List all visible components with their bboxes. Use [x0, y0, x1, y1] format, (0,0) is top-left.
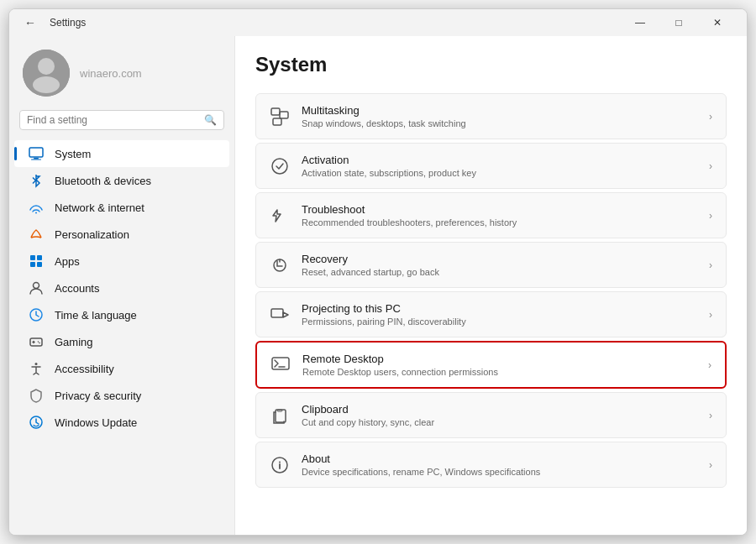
- activation-text: Activation Activation state, subscriptio…: [302, 154, 697, 178]
- sidebar-item-accessibility[interactable]: Accessibility: [14, 355, 229, 382]
- svg-point-6: [35, 212, 37, 214]
- minimize-button[interactable]: —: [621, 9, 659, 36]
- about-icon: [270, 455, 290, 475]
- troubleshoot-desc: Recommended troubleshooters, preferences…: [302, 217, 697, 228]
- sidebar-label-network: Network & internet: [55, 201, 216, 214]
- multitasking-desc: Snap windows, desktops, task switching: [302, 118, 697, 128]
- svg-rect-9: [30, 262, 35, 267]
- svg-rect-4: [34, 158, 39, 160]
- main-content: System Multitasking Snap windows, deskto…: [234, 36, 747, 535]
- remote-desktop-text: Remote Desktop Remote Desktop users, con…: [302, 353, 696, 377]
- svg-rect-13: [30, 338, 42, 346]
- svg-rect-21: [280, 112, 288, 118]
- accessibility-icon: [28, 360, 45, 377]
- settings-item-recovery[interactable]: Recovery Reset, advanced startup, go bac…: [255, 242, 727, 288]
- accounts-icon: [28, 280, 45, 296]
- about-text: About Device specifications, rename PC, …: [302, 452, 697, 477]
- svg-rect-5: [31, 160, 41, 160]
- update-icon: [28, 414, 45, 431]
- privacy-icon: [28, 387, 45, 404]
- projecting-text: Projecting to this PC Permissions, pairi…: [302, 302, 697, 327]
- apps-icon: [28, 253, 45, 269]
- sidebar-item-update[interactable]: Windows Update: [14, 409, 229, 436]
- sidebar-item-system[interactable]: System: [14, 140, 229, 167]
- sidebar-item-accounts[interactable]: Accounts: [14, 275, 229, 301]
- sidebar-item-personalization[interactable]: Personalization: [14, 221, 229, 248]
- recovery-text: Recovery Reset, advanced startup, go bac…: [302, 253, 697, 277]
- search-box[interactable]: 🔍: [19, 110, 224, 130]
- recovery-title: Recovery: [302, 253, 697, 265]
- settings-item-troubleshoot[interactable]: Troubleshoot Recommended troubleshooters…: [255, 192, 727, 238]
- search-input[interactable]: [27, 114, 199, 126]
- svg-point-18: [35, 363, 38, 365]
- about-chevron: ›: [709, 459, 712, 471]
- maximize-button[interactable]: □: [659, 9, 698, 36]
- sidebar-label-accessibility: Accessibility: [55, 363, 216, 375]
- svg-rect-8: [37, 255, 42, 260]
- bluetooth-icon: [28, 172, 45, 189]
- svg-rect-22: [273, 118, 281, 125]
- svg-rect-25: [271, 309, 283, 317]
- page-title: System: [255, 53, 727, 76]
- nav-list: System Bluetooth & devices Network & int…: [9, 140, 234, 436]
- window-title: Settings: [50, 17, 86, 29]
- multitasking-text: Multitasking Snap windows, desktops, tas…: [302, 104, 697, 128]
- avatar[interactable]: [23, 50, 70, 97]
- activation-chevron: ›: [709, 160, 712, 172]
- recovery-chevron: ›: [709, 259, 712, 271]
- svg-rect-20: [271, 108, 280, 115]
- sidebar-label-privacy: Privacy & security: [55, 390, 216, 402]
- clipboard-desc: Cut and copy history, sync, clear: [302, 417, 697, 427]
- system-icon: [28, 145, 45, 162]
- gaming-icon: [28, 333, 45, 350]
- multitasking-title: Multitasking: [302, 104, 697, 117]
- multitasking-icon: [270, 107, 290, 127]
- sidebar-item-network[interactable]: Network & internet: [14, 194, 229, 221]
- close-button[interactable]: ✕: [698, 9, 737, 36]
- activation-title: Activation: [302, 154, 697, 166]
- projecting-icon: [270, 305, 290, 325]
- back-button[interactable]: ←: [19, 14, 41, 31]
- activation-desc: Activation state, subscriptions, product…: [302, 168, 697, 178]
- titlebar-left: ← Settings: [19, 14, 86, 31]
- settings-item-about[interactable]: About Device specifications, rename PC, …: [255, 442, 727, 488]
- sidebar-item-time[interactable]: Time & language: [14, 301, 229, 328]
- sidebar-label-time: Time & language: [55, 309, 216, 322]
- time-icon: [28, 306, 45, 323]
- troubleshoot-icon: [270, 206, 290, 226]
- clipboard-title: Clipboard: [302, 403, 697, 416]
- settings-window: ← Settings — □ ✕ winaero.com: [8, 8, 748, 536]
- about-desc: Device specifications, rename PC, Window…: [302, 467, 697, 477]
- settings-item-remote-desktop[interactable]: Remote Desktop Remote Desktop users, con…: [255, 341, 727, 389]
- user-name: winaero.com: [80, 67, 142, 80]
- sidebar-label-accounts: Accounts: [55, 282, 216, 295]
- content-area: winaero.com 🔍 System: [9, 36, 747, 535]
- svg-point-2: [33, 76, 60, 93]
- svg-rect-10: [37, 262, 42, 267]
- svg-point-23: [272, 159, 287, 174]
- about-title: About: [302, 452, 697, 465]
- sidebar-label-personalization: Personalization: [55, 228, 216, 241]
- multitasking-chevron: ›: [709, 111, 712, 123]
- sidebar-item-privacy[interactable]: Privacy & security: [14, 382, 229, 409]
- clipboard-text: Clipboard Cut and copy history, sync, cl…: [302, 403, 697, 427]
- recovery-icon: [270, 255, 290, 275]
- remote-desktop-title: Remote Desktop: [302, 353, 696, 365]
- titlebar: ← Settings — □ ✕: [9, 9, 747, 36]
- titlebar-controls: — □ ✕: [621, 9, 737, 36]
- settings-item-clipboard[interactable]: Clipboard Cut and copy history, sync, cl…: [255, 392, 727, 438]
- sidebar-item-apps[interactable]: Apps: [14, 248, 229, 275]
- settings-item-projecting[interactable]: Projecting to this PC Permissions, pairi…: [255, 291, 727, 337]
- clipboard-icon: [270, 405, 290, 426]
- sidebar-label-bluetooth: Bluetooth & devices: [55, 175, 216, 187]
- svg-rect-3: [29, 148, 43, 157]
- sidebar-label-apps: Apps: [55, 255, 216, 268]
- settings-item-activation[interactable]: Activation Activation state, subscriptio…: [255, 143, 727, 189]
- svg-rect-7: [30, 255, 35, 260]
- sidebar-item-gaming[interactable]: Gaming: [14, 328, 229, 355]
- sidebar-label-system: System: [55, 148, 216, 160]
- settings-item-multitasking[interactable]: Multitasking Snap windows, desktops, tas…: [255, 93, 727, 139]
- personalization-icon: [28, 226, 45, 243]
- sidebar-label-gaming: Gaming: [55, 336, 216, 348]
- sidebar-item-bluetooth[interactable]: Bluetooth & devices: [14, 167, 229, 194]
